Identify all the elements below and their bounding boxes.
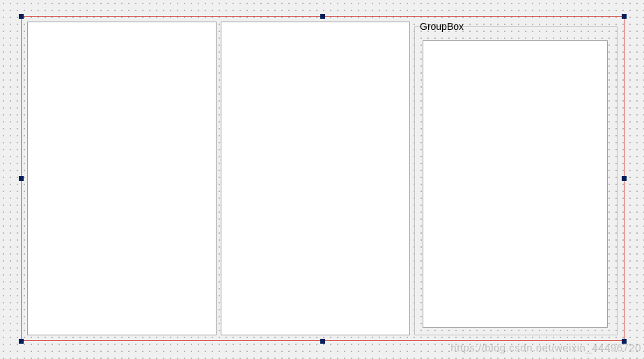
groupbox-title: GroupBox (420, 22, 464, 31)
resize-handle-top-right[interactable] (622, 14, 627, 19)
watermark-text: https://blog.csdn.net/weixin_44496720 (450, 342, 641, 353)
resize-handle-top-left[interactable] (19, 14, 24, 19)
resize-handle-bottom-middle[interactable] (320, 339, 325, 344)
resize-handle-middle-left[interactable] (19, 176, 24, 181)
panel-left[interactable] (27, 22, 217, 335)
groupbox[interactable]: GroupBox (414, 22, 618, 335)
resize-handle-top-middle[interactable] (320, 14, 325, 19)
groupbox-inner-panel[interactable] (423, 40, 608, 328)
resize-handle-middle-right[interactable] (622, 176, 627, 181)
resize-handle-bottom-left[interactable] (19, 339, 24, 344)
panel-middle[interactable] (221, 22, 410, 335)
